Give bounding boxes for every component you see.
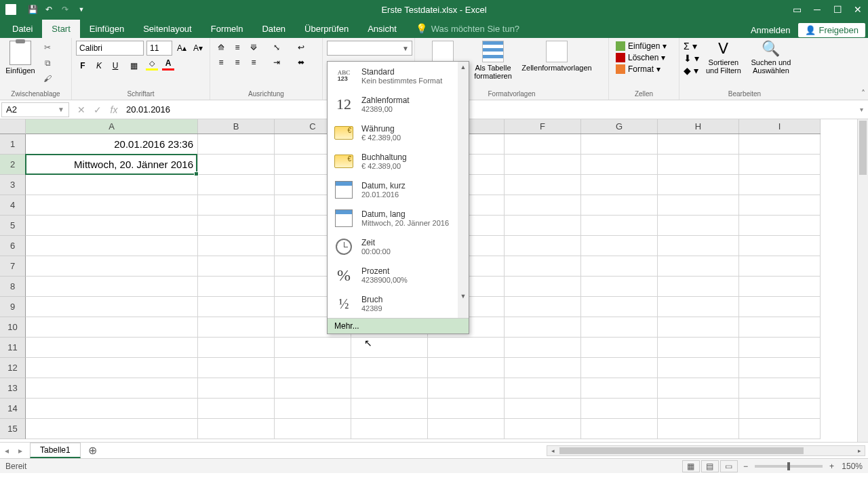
cell-G11[interactable] <box>581 338 658 358</box>
font-color-button[interactable]: A <box>161 58 175 73</box>
number-format-option-bruch[interactable]: ½Bruch42389 <box>328 289 458 318</box>
cell-H10[interactable] <box>658 317 739 338</box>
cell-G1[interactable] <box>581 134 658 155</box>
cell-I5[interactable] <box>739 216 821 236</box>
row-header-12[interactable]: 12 <box>0 358 26 378</box>
save-icon[interactable]: 💾 <box>26 3 39 16</box>
cell-E11[interactable] <box>428 338 505 358</box>
cell-E14[interactable] <box>428 399 505 419</box>
cell-C11[interactable] <box>275 338 351 358</box>
cell-G7[interactable] <box>581 256 658 277</box>
sheet-nav-prev[interactable]: ◂ <box>0 446 14 455</box>
row-header-11[interactable]: 11 <box>0 338 26 358</box>
cell-E15[interactable] <box>428 419 505 439</box>
cell-H5[interactable] <box>658 216 739 236</box>
enter-formula-button[interactable]: ✓ <box>90 102 106 117</box>
cell-I1[interactable] <box>739 134 821 155</box>
cut-button[interactable]: ✂ <box>39 41 56 54</box>
cell-F11[interactable] <box>505 338 581 358</box>
cell-A8[interactable] <box>26 277 198 297</box>
cell-F6[interactable] <box>505 236 581 256</box>
cell-I10[interactable] <box>739 317 821 338</box>
cell-A1[interactable]: 20.01.2016 23:36 <box>26 134 198 155</box>
cell-H3[interactable] <box>658 175 739 195</box>
cell-F10[interactable] <box>505 317 581 338</box>
align-left-button[interactable]: ≡ <box>214 56 228 69</box>
cell-B1[interactable] <box>198 134 275 155</box>
insert-function-button[interactable]: fx <box>106 102 122 117</box>
cell-I3[interactable] <box>739 175 821 195</box>
cell-G9[interactable] <box>581 297 658 317</box>
view-page-layout-button[interactable]: ▤ <box>701 460 719 472</box>
cell-I15[interactable] <box>739 419 821 439</box>
fill-button[interactable]: ⬇ ▾ <box>684 53 699 64</box>
column-header-B[interactable]: B <box>198 119 275 134</box>
cell-G15[interactable] <box>581 419 658 439</box>
cell-H2[interactable] <box>658 155 739 175</box>
sheet-nav-next[interactable]: ▸ <box>14 446 27 455</box>
cell-A13[interactable] <box>26 378 198 399</box>
cell-F12[interactable] <box>505 358 581 378</box>
row-header-6[interactable]: 6 <box>0 236 26 256</box>
copy-button[interactable]: ⧉ <box>39 56 56 70</box>
align-center-button[interactable]: ≡ <box>231 56 244 69</box>
row-header-3[interactable]: 3 <box>0 175 26 195</box>
number-format-select[interactable]: ▼ <box>327 41 412 56</box>
dropdown-scrollbar[interactable]: ▲▼ <box>458 62 469 318</box>
view-page-break-button[interactable]: ▭ <box>720 460 738 472</box>
cell-C15[interactable] <box>275 419 351 439</box>
clear-button[interactable]: ◆ ▾ <box>684 65 699 76</box>
increase-font-button[interactable]: A▴ <box>175 41 189 56</box>
cell-A14[interactable] <box>26 399 198 419</box>
cell-G8[interactable] <box>581 277 658 297</box>
ribbon-display-icon[interactable]: ▭ <box>787 0 807 19</box>
align-bottom-button[interactable]: ⟱ <box>247 41 260 54</box>
cell-H8[interactable] <box>658 277 739 297</box>
cell-H7[interactable] <box>658 256 739 277</box>
paste-button[interactable]: Einfügen <box>4 39 37 75</box>
qat-customize-icon[interactable]: ▼ <box>75 3 88 16</box>
cell-B5[interactable] <box>198 216 275 236</box>
cell-A3[interactable] <box>26 175 198 195</box>
align-middle-button[interactable]: ≡ <box>231 41 244 54</box>
fill-color-button[interactable]: ◇ <box>145 58 159 73</box>
cell-B8[interactable] <box>198 277 275 297</box>
cell-I11[interactable] <box>739 338 821 358</box>
row-header-14[interactable]: 14 <box>0 399 26 419</box>
insert-cells-button[interactable]: Einfügen ▾ <box>613 41 669 52</box>
tab-daten[interactable]: Daten <box>252 20 295 38</box>
number-format-option-zahlenformat[interactable]: 12Zahlenformat42389,00 <box>328 90 458 119</box>
cell-G3[interactable] <box>581 175 658 195</box>
italic-button[interactable]: K <box>92 58 106 73</box>
formula-input[interactable] <box>122 102 854 117</box>
cell-C14[interactable] <box>275 399 351 419</box>
number-format-option-zeit[interactable]: Zeit00:00:00 <box>328 232 458 261</box>
row-header-8[interactable]: 8 <box>0 277 26 297</box>
undo-icon[interactable]: ↶ <box>42 3 56 16</box>
cell-A7[interactable] <box>26 256 198 277</box>
cell-C12[interactable] <box>275 358 351 378</box>
cell-A10[interactable] <box>26 317 198 338</box>
close-icon[interactable]: ✕ <box>848 0 868 19</box>
cell-H14[interactable] <box>658 399 739 419</box>
row-header-9[interactable]: 9 <box>0 297 26 317</box>
zoom-level[interactable]: 150% <box>835 462 863 471</box>
borders-button[interactable]: ▦ <box>125 58 142 73</box>
cell-A5[interactable] <box>26 216 198 236</box>
tab-seitenlayout[interactable]: Seitenlayout <box>134 20 201 38</box>
zoom-slider[interactable] <box>755 465 823 468</box>
name-box[interactable]: A2▼ <box>1 102 69 117</box>
sheet-tab-1[interactable]: Tabelle1 <box>30 443 81 458</box>
number-format-option-wahrung[interactable]: Währung€ 42.389,00 <box>328 119 458 147</box>
cell-D15[interactable] <box>351 419 428 439</box>
cell-A9[interactable] <box>26 297 198 317</box>
cell-I14[interactable] <box>739 399 821 419</box>
cell-F8[interactable] <box>505 277 581 297</box>
cell-H15[interactable] <box>658 419 739 439</box>
cell-G13[interactable] <box>581 378 658 399</box>
cell-G6[interactable] <box>581 236 658 256</box>
tab-formeln[interactable]: Formeln <box>201 20 253 38</box>
cell-I6[interactable] <box>739 236 821 256</box>
row-header-5[interactable]: 5 <box>0 216 26 236</box>
delete-cells-button[interactable]: Löschen ▾ <box>613 52 669 63</box>
